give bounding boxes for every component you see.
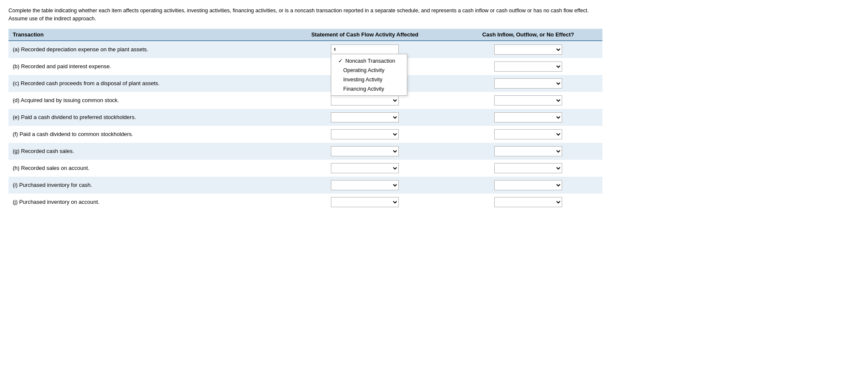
effect-select-b[interactable]: Cash InflowCash OutflowNo Effect [494,61,562,72]
transaction-label-c: (c) Recorded cash proceeds from a dispos… [8,75,276,92]
col-header-activity: Statement of Cash Flow Activity Affected [276,29,454,41]
activity-select-a[interactable]: ⬍ [331,44,399,55]
instructions-text: Complete the table indicating whether ea… [8,7,602,23]
activity-cell-e: Noncash TransactionOperating ActivityInv… [276,109,454,126]
effect-cell-i: Cash InflowCash OutflowNo Effect [454,177,602,194]
dropdown-option-operating-activity[interactable]: Operating Activity [331,66,407,75]
effect-select-j[interactable]: Cash InflowCash OutflowNo Effect [494,197,562,207]
effect-cell-j: Cash InflowCash OutflowNo Effect [454,194,602,211]
transaction-label-b: (b) Recorded and paid interest expense. [8,58,276,75]
dropdown-option-noncash-transaction[interactable]: Noncash Transaction [331,56,407,66]
activity-cell-j: Noncash TransactionOperating ActivityInv… [276,194,454,211]
activity-select-j[interactable]: Noncash TransactionOperating ActivityInv… [331,197,399,207]
transaction-label-j: (j) Purchased inventory on account. [8,194,276,211]
activity-select-i[interactable]: Noncash TransactionOperating ActivityInv… [331,180,399,190]
effect-select-d[interactable]: Cash InflowCash OutflowNo Effect [494,95,562,105]
effect-select-f[interactable]: Cash InflowCash OutflowNo Effect [494,129,562,139]
effect-cell-f: Cash InflowCash OutflowNo Effect [454,126,602,143]
activity-dropdown-open-a: Noncash TransactionOperating ActivityInv… [331,54,407,96]
transaction-label-a: (a) Recorded depreciation expense on the… [8,41,276,58]
effect-cell-h: Cash InflowCash OutflowNo Effect [454,160,602,177]
activity-cell-h: Noncash TransactionOperating ActivityInv… [276,160,454,177]
dropdown-option-investing-activity[interactable]: Investing Activity [331,75,407,84]
activity-cell-i: Noncash TransactionOperating ActivityInv… [276,177,454,194]
effect-cell-e: Cash InflowCash OutflowNo Effect [454,109,602,126]
effect-cell-g: Cash InflowCash OutflowNo Effect [454,143,602,160]
main-table: Transaction Statement of Cash Flow Activ… [8,29,602,211]
effect-cell-a: Cash InflowCash OutflowNo Effect [454,41,602,58]
effect-cell-c: Cash InflowCash OutflowNo Effect [454,75,602,92]
transaction-label-g: (g) Recorded cash sales. [8,143,276,160]
effect-select-e[interactable]: Cash InflowCash OutflowNo Effect [494,112,562,122]
effect-select-i[interactable]: Cash InflowCash OutflowNo Effect [494,180,562,190]
col-header-transaction: Transaction [8,29,276,41]
col-header-effect: Cash Inflow, Outflow, or No Effect? [454,29,602,41]
effect-select-h[interactable]: Cash InflowCash OutflowNo Effect [494,163,562,173]
transaction-label-d: (d) Acquired land by issuing common stoc… [8,92,276,109]
effect-select-c[interactable]: Cash InflowCash OutflowNo Effect [494,78,562,89]
activity-cell-a: ⬍Noncash TransactionOperating ActivityIn… [276,41,454,58]
activity-select-h[interactable]: Noncash TransactionOperating ActivityInv… [331,163,399,173]
activity-select-d[interactable]: Noncash TransactionOperating ActivityInv… [331,95,399,105]
transaction-label-h: (h) Recorded sales on account. [8,160,276,177]
dropdown-arrow-icon: ⬍ [333,47,336,52]
activity-select-e[interactable]: Noncash TransactionOperating ActivityInv… [331,112,399,122]
transaction-label-e: (e) Paid a cash dividend to preferred st… [8,109,276,126]
effect-select-g[interactable]: Cash InflowCash OutflowNo Effect [494,146,562,156]
transaction-label-f: (f) Paid a cash dividend to common stock… [8,126,276,143]
effect-cell-d: Cash InflowCash OutflowNo Effect [454,92,602,109]
effect-select-a[interactable]: Cash InflowCash OutflowNo Effect [494,44,562,55]
activity-cell-g: Noncash TransactionOperating ActivityInv… [276,143,454,160]
dropdown-option-financing-activity[interactable]: Financing Activity [331,84,407,94]
activity-dropdown-container-a[interactable]: ⬍Noncash TransactionOperating ActivityIn… [331,44,399,55]
activity-select-f[interactable]: Noncash TransactionOperating ActivityInv… [331,129,399,139]
effect-cell-b: Cash InflowCash OutflowNo Effect [454,58,602,75]
activity-cell-f: Noncash TransactionOperating ActivityInv… [276,126,454,143]
activity-select-g[interactable]: Noncash TransactionOperating ActivityInv… [331,146,399,156]
transaction-label-i: (i) Purchased inventory for cash. [8,177,276,194]
